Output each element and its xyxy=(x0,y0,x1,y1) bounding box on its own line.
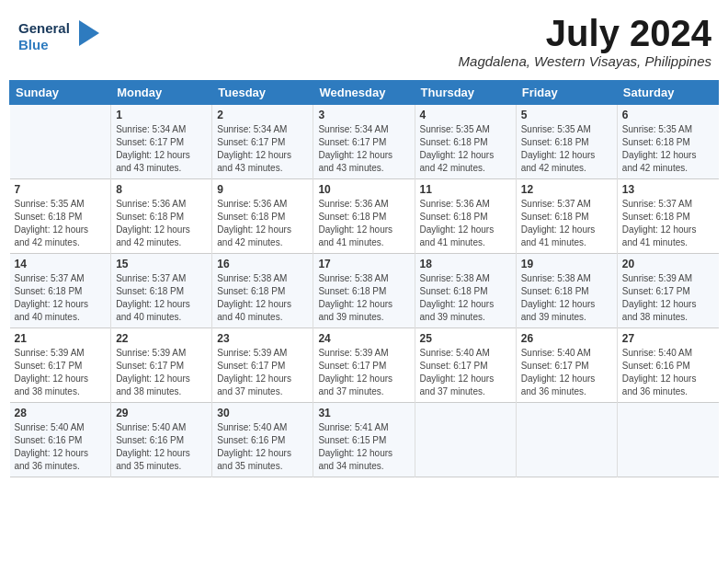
calendar-cell: 26Sunrise: 5:40 AMSunset: 6:17 PMDayligh… xyxy=(516,328,617,403)
calendar-cell: 24Sunrise: 5:39 AMSunset: 6:17 PMDayligh… xyxy=(313,328,415,403)
day-number: 11 xyxy=(420,183,511,196)
calendar-header: SundayMondayTuesdayWednesdayThursdayFrid… xyxy=(10,81,719,105)
day-info: Sunrise: 5:40 AMSunset: 6:16 PMDaylight:… xyxy=(15,421,107,473)
calendar-cell: 5Sunrise: 5:35 AMSunset: 6:18 PMDaylight… xyxy=(516,105,617,179)
calendar-cell: 7Sunrise: 5:35 AMSunset: 6:18 PMDaylight… xyxy=(10,179,111,254)
svg-marker-1 xyxy=(79,20,99,46)
day-number: 25 xyxy=(420,332,511,345)
day-number: 9 xyxy=(217,183,308,196)
day-info: Sunrise: 5:37 AMSunset: 6:18 PMDaylight:… xyxy=(521,198,612,249)
day-number: 13 xyxy=(622,183,714,196)
day-info: Sunrise: 5:38 AMSunset: 6:18 PMDaylight:… xyxy=(521,272,612,324)
calendar-cell: 4Sunrise: 5:35 AMSunset: 6:18 PMDaylight… xyxy=(415,105,516,179)
calendar-cell: 27Sunrise: 5:40 AMSunset: 6:16 PMDayligh… xyxy=(617,328,718,403)
day-info: Sunrise: 5:37 AMSunset: 6:18 PMDaylight:… xyxy=(116,272,207,324)
calendar-cell: 12Sunrise: 5:37 AMSunset: 6:18 PMDayligh… xyxy=(516,179,617,254)
calendar-cell: 10Sunrise: 5:36 AMSunset: 6:18 PMDayligh… xyxy=(313,179,415,254)
calendar-cell: 19Sunrise: 5:38 AMSunset: 6:18 PMDayligh… xyxy=(516,254,617,328)
day-info: Sunrise: 5:36 AMSunset: 6:18 PMDaylight:… xyxy=(217,198,308,249)
calendar-cell: 16Sunrise: 5:38 AMSunset: 6:18 PMDayligh… xyxy=(212,254,313,328)
day-number: 24 xyxy=(318,332,409,345)
column-header-monday: Monday xyxy=(111,81,212,105)
day-info: Sunrise: 5:38 AMSunset: 6:18 PMDaylight:… xyxy=(217,272,308,324)
calendar-cell: 28Sunrise: 5:40 AMSunset: 6:16 PMDayligh… xyxy=(10,403,111,477)
calendar-cell: 1Sunrise: 5:34 AMSunset: 6:17 PMDaylight… xyxy=(111,105,212,179)
calendar-cell: 15Sunrise: 5:37 AMSunset: 6:18 PMDayligh… xyxy=(111,254,212,328)
day-info: Sunrise: 5:39 AMSunset: 6:17 PMDaylight:… xyxy=(622,272,714,324)
logo-icon: General Blue xyxy=(17,13,99,53)
day-number: 4 xyxy=(420,109,511,121)
day-info: Sunrise: 5:40 AMSunset: 6:16 PMDaylight:… xyxy=(217,421,308,473)
day-info: Sunrise: 5:36 AMSunset: 6:18 PMDaylight:… xyxy=(420,198,511,249)
day-number: 30 xyxy=(217,407,308,419)
column-header-sunday: Sunday xyxy=(10,81,111,105)
day-number: 2 xyxy=(217,109,308,121)
day-info: Sunrise: 5:35 AMSunset: 6:18 PMDaylight:… xyxy=(622,123,714,175)
day-info: Sunrise: 5:41 AMSunset: 6:15 PMDaylight:… xyxy=(318,421,409,473)
calendar-body: 1Sunrise: 5:34 AMSunset: 6:17 PMDaylight… xyxy=(10,105,719,477)
calendar-cell: 29Sunrise: 5:40 AMSunset: 6:16 PMDayligh… xyxy=(111,403,212,477)
day-number: 22 xyxy=(116,332,207,345)
calendar-cell: 11Sunrise: 5:36 AMSunset: 6:18 PMDayligh… xyxy=(415,179,516,254)
day-info: Sunrise: 5:39 AMSunset: 6:17 PMDaylight:… xyxy=(217,347,308,398)
day-number: 5 xyxy=(521,109,612,121)
day-info: Sunrise: 5:39 AMSunset: 6:17 PMDaylight:… xyxy=(15,347,107,398)
day-number: 27 xyxy=(622,332,714,345)
day-info: Sunrise: 5:35 AMSunset: 6:18 PMDaylight:… xyxy=(521,123,612,175)
day-number: 3 xyxy=(318,109,409,121)
day-info: Sunrise: 5:38 AMSunset: 6:18 PMDaylight:… xyxy=(420,272,511,324)
week-row-5: 28Sunrise: 5:40 AMSunset: 6:16 PMDayligh… xyxy=(10,403,719,477)
svg-text:Blue: Blue xyxy=(18,37,49,52)
logo: General Blue xyxy=(17,13,99,57)
calendar-cell: 18Sunrise: 5:38 AMSunset: 6:18 PMDayligh… xyxy=(415,254,516,328)
day-number: 15 xyxy=(116,258,207,270)
day-info: Sunrise: 5:37 AMSunset: 6:18 PMDaylight:… xyxy=(15,272,107,324)
day-info: Sunrise: 5:40 AMSunset: 6:16 PMDaylight:… xyxy=(116,421,207,473)
day-number: 6 xyxy=(622,109,714,121)
day-info: Sunrise: 5:34 AMSunset: 6:17 PMDaylight:… xyxy=(217,123,308,175)
day-number: 10 xyxy=(318,183,409,196)
column-header-saturday: Saturday xyxy=(617,81,718,105)
day-info: Sunrise: 5:35 AMSunset: 6:18 PMDaylight:… xyxy=(15,198,107,249)
calendar-cell: 13Sunrise: 5:37 AMSunset: 6:18 PMDayligh… xyxy=(617,179,718,254)
day-number: 28 xyxy=(15,407,107,419)
svg-text:General: General xyxy=(18,20,70,36)
month-title: July 2024 xyxy=(459,13,711,53)
week-row-2: 7Sunrise: 5:35 AMSunset: 6:18 PMDaylight… xyxy=(10,179,719,254)
calendar-cell: 17Sunrise: 5:38 AMSunset: 6:18 PMDayligh… xyxy=(313,254,415,328)
calendar-table: SundayMondayTuesdayWednesdayThursdayFrid… xyxy=(9,80,719,477)
calendar-cell: 20Sunrise: 5:39 AMSunset: 6:17 PMDayligh… xyxy=(617,254,718,328)
day-number: 8 xyxy=(116,183,207,196)
day-info: Sunrise: 5:34 AMSunset: 6:17 PMDaylight:… xyxy=(318,123,409,175)
calendar-cell: 9Sunrise: 5:36 AMSunset: 6:18 PMDaylight… xyxy=(212,179,313,254)
column-header-thursday: Thursday xyxy=(415,81,516,105)
day-number: 19 xyxy=(521,258,612,270)
day-info: Sunrise: 5:36 AMSunset: 6:18 PMDaylight:… xyxy=(318,198,409,249)
title-block: July 2024 Magdalena, Western Visayas, Ph… xyxy=(459,13,711,69)
day-info: Sunrise: 5:34 AMSunset: 6:17 PMDaylight:… xyxy=(116,123,207,175)
day-number: 12 xyxy=(521,183,612,196)
day-number: 26 xyxy=(521,332,612,345)
day-number: 17 xyxy=(318,258,409,270)
page-header: General Blue July 2024 Magdalena, Wester… xyxy=(9,9,719,73)
day-number: 29 xyxy=(116,407,207,419)
calendar-cell: 2Sunrise: 5:34 AMSunset: 6:17 PMDaylight… xyxy=(212,105,313,179)
day-info: Sunrise: 5:39 AMSunset: 6:17 PMDaylight:… xyxy=(116,347,207,398)
column-header-tuesday: Tuesday xyxy=(212,81,313,105)
calendar-cell: 23Sunrise: 5:39 AMSunset: 6:17 PMDayligh… xyxy=(212,328,313,403)
day-info: Sunrise: 5:35 AMSunset: 6:18 PMDaylight:… xyxy=(420,123,511,175)
calendar-cell xyxy=(516,403,617,477)
calendar-cell: 6Sunrise: 5:35 AMSunset: 6:18 PMDaylight… xyxy=(617,105,718,179)
calendar-cell: 25Sunrise: 5:40 AMSunset: 6:17 PMDayligh… xyxy=(415,328,516,403)
day-number: 23 xyxy=(217,332,308,345)
calendar-cell: 21Sunrise: 5:39 AMSunset: 6:17 PMDayligh… xyxy=(10,328,111,403)
location: Magdalena, Western Visayas, Philippines xyxy=(459,53,711,69)
week-row-4: 21Sunrise: 5:39 AMSunset: 6:17 PMDayligh… xyxy=(10,328,719,403)
week-row-3: 14Sunrise: 5:37 AMSunset: 6:18 PMDayligh… xyxy=(10,254,719,328)
day-info: Sunrise: 5:39 AMSunset: 6:17 PMDaylight:… xyxy=(318,347,409,398)
calendar-cell xyxy=(10,105,111,179)
day-number: 18 xyxy=(420,258,511,270)
calendar-cell: 31Sunrise: 5:41 AMSunset: 6:15 PMDayligh… xyxy=(313,403,415,477)
day-number: 7 xyxy=(15,183,107,196)
column-header-friday: Friday xyxy=(516,81,617,105)
